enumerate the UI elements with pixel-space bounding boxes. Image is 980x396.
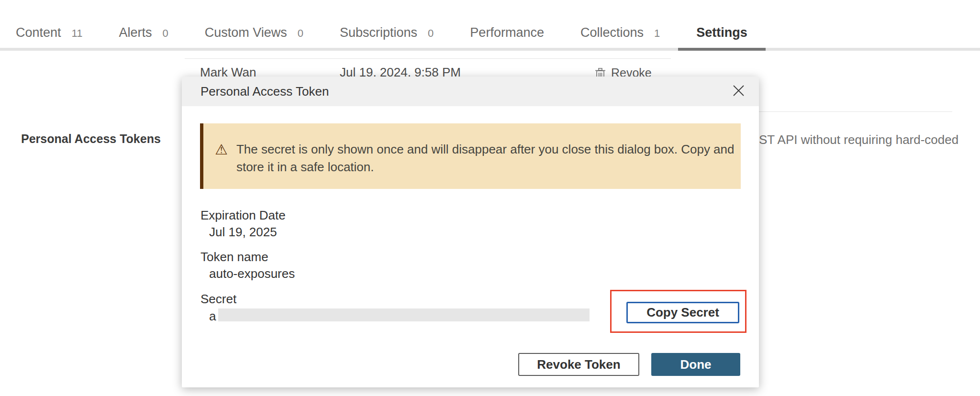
- tab-collections[interactable]: Collections 1: [562, 25, 678, 48]
- table-row-divider: [185, 58, 671, 59]
- section-label: Personal Access Tokens: [21, 132, 161, 146]
- secret-value: a: [209, 309, 216, 324]
- expiration-date-label: Expiration Date: [200, 208, 286, 223]
- revoke-token-button[interactable]: Revoke Token: [518, 353, 639, 376]
- section-description-fragment: ST API without requiring hard-coded: [759, 132, 958, 147]
- secret-label: Secret: [200, 292, 236, 307]
- tab-performance[interactable]: Performance: [452, 25, 562, 48]
- tab-settings[interactable]: Settings: [678, 25, 766, 48]
- tab-subscriptions[interactable]: Subscriptions 0: [322, 25, 452, 48]
- tab-count: 0: [428, 27, 434, 40]
- tab-label: Content: [16, 25, 61, 40]
- tab-count: 11: [72, 27, 83, 40]
- personal-access-token-dialog: Personal Access Token ⚠ The secret is on…: [182, 77, 759, 387]
- tab-custom-views[interactable]: Custom Views 0: [187, 25, 322, 48]
- done-button[interactable]: Done: [651, 353, 740, 376]
- expiration-date-value: Jul 19, 2025: [209, 225, 277, 240]
- tab-label: Subscriptions: [340, 25, 417, 40]
- warning-icon: ⚠: [215, 141, 228, 158]
- copy-secret-button[interactable]: Copy Secret: [626, 302, 739, 323]
- warning-banner: ⚠ The secret is only shown once and will…: [200, 123, 741, 189]
- tab-label: Collections: [580, 25, 644, 40]
- tab-content[interactable]: Content 11: [16, 25, 100, 48]
- tab-label: Performance: [470, 25, 544, 40]
- secret-redacted-bar: [218, 308, 590, 321]
- tab-label: Custom Views: [205, 25, 287, 40]
- tab-label: Alerts: [119, 25, 152, 40]
- tab-count: 0: [298, 27, 303, 40]
- token-name-label: Token name: [200, 250, 268, 264]
- tab-bar: Content 11 Alerts 0 Custom Views 0 Subsc…: [0, 19, 980, 51]
- dialog-header: Personal Access Token: [182, 77, 759, 106]
- tab-label: Settings: [696, 25, 747, 40]
- warning-line: The secret is only shown once and will d…: [236, 141, 735, 158]
- warning-line: store it in a safe location.: [236, 158, 735, 176]
- page: Content 11 Alerts 0 Custom Views 0 Subsc…: [0, 0, 980, 396]
- close-button[interactable]: [730, 83, 746, 99]
- tab-count: 1: [654, 27, 660, 40]
- dialog-title: Personal Access Token: [200, 84, 329, 99]
- tab-alerts[interactable]: Alerts 0: [100, 25, 186, 48]
- tab-count: 0: [162, 27, 168, 40]
- warning-text: The secret is only shown once and will d…: [236, 141, 735, 176]
- close-icon: [732, 84, 745, 99]
- token-name-value: auto-exposures: [209, 266, 295, 281]
